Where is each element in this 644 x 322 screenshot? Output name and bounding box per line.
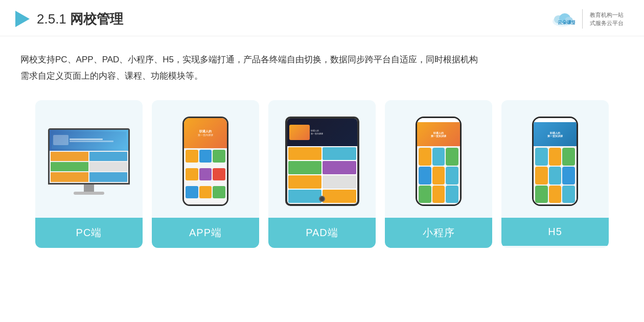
- cards-section: PC端 职通人的 第一堂内课课: [0, 95, 644, 258]
- card-pad: 职通人的 第一堂内课课: [268, 100, 376, 248]
- description-line2: 需求自定义页面上的内容、课程、功能模块等。: [20, 68, 624, 84]
- page-title: 2.5.1 网校管理: [37, 10, 123, 28]
- logo-triangle-icon: [15, 11, 30, 27]
- brand-slogan-line1: 教育机构一站: [590, 11, 624, 19]
- phone-body: 职通人的 第一堂内课课: [182, 117, 228, 206]
- card-pc: PC端: [35, 100, 143, 248]
- brand-logo: 云朵课堂 教育机构一站 式服务云平台: [550, 9, 624, 29]
- logo-divider: [582, 9, 583, 29]
- card-pc-label: PC端: [35, 218, 143, 248]
- card-pc-image: [35, 100, 143, 218]
- miniprogram-screen: 职通人的 第一堂实训课: [417, 118, 460, 204]
- card-app-label: APP端: [152, 218, 259, 248]
- page: 2.5.1 网校管理 云朵课堂 教育机构一站 式服务云平台: [0, 0, 644, 322]
- phone-screen: 职通人的 第一堂内课课: [184, 118, 227, 204]
- card-app: 职通人的 第一堂内课课: [152, 100, 259, 248]
- miniprogram-phone-mockup: 职通人的 第一堂实训课: [416, 117, 462, 206]
- card-h5-image: 职通人的 第一堂实训课: [501, 100, 609, 218]
- card-pad-label: PAD端: [268, 218, 376, 248]
- header: 2.5.1 网校管理 云朵课堂 教育机构一站 式服务云平台: [0, 0, 644, 36]
- header-right: 云朵课堂 教育机构一站 式服务云平台: [550, 9, 624, 29]
- monitor-mockup: [48, 128, 130, 195]
- card-h5: 职通人的 第一堂实训课: [501, 100, 609, 248]
- monitor-screen: [48, 128, 130, 185]
- tablet-body: 职通人的 第一堂内课课: [285, 117, 359, 206]
- description-block: 网校支持PC、APP、PAD、小程序、H5，实现多端打通，产品各终端自由切换，数…: [0, 36, 644, 95]
- tablet-screen: 职通人的 第一堂内课课: [287, 119, 357, 204]
- card-miniprogram-label: 小程序: [385, 218, 492, 248]
- phone-mockup: 职通人的 第一堂内课课: [182, 117, 228, 206]
- card-app-image: 职通人的 第一堂内课课: [152, 100, 259, 218]
- svg-text:云朵课堂: 云朵课堂: [558, 20, 575, 25]
- tablet-home-button: [319, 196, 325, 202]
- cloud-logo-icon: 云朵课堂: [550, 10, 575, 28]
- brand-slogan-group: 教育机构一站 式服务云平台: [590, 11, 624, 28]
- card-pad-image: 职通人的 第一堂内课课: [268, 100, 376, 218]
- description-line1: 网校支持PC、APP、PAD、小程序、H5，实现多端打通，产品各终端自由切换，数…: [20, 52, 624, 68]
- card-h5-label: H5: [501, 218, 609, 246]
- card-miniprogram-image: 职通人的 第一堂实训课: [385, 100, 492, 218]
- card-miniprogram: 职通人的 第一堂实训课: [385, 100, 492, 248]
- h5-phone-mockup: 职通人的 第一堂实训课: [532, 117, 578, 206]
- header-left: 2.5.1 网校管理: [15, 10, 123, 28]
- brand-slogan-line2: 式服务云平台: [590, 19, 624, 28]
- tablet-mockup: 职通人的 第一堂内课课: [285, 117, 359, 206]
- h5-screen: 职通人的 第一堂实训课: [534, 118, 577, 204]
